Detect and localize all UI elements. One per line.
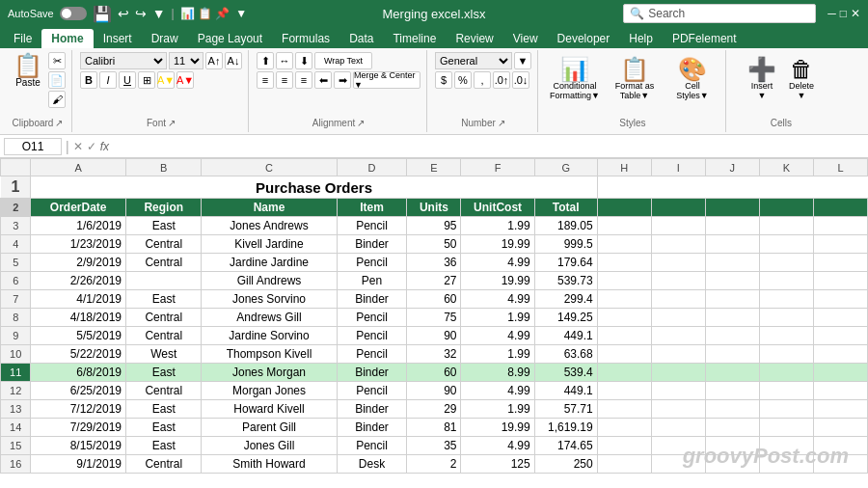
maximize-btn[interactable]: □ [840,7,847,20]
col-header-C[interactable]: C [202,159,337,176]
tab-pdfelement[interactable]: PDFelement [663,29,746,48]
col-header-E[interactable]: E [407,159,461,176]
tab-home[interactable]: Home [41,29,93,48]
tab-formulas[interactable]: Formulas [272,29,339,48]
increase-decimal-btn[interactable]: .0↑ [493,71,510,89]
cell-I1[interactable] [651,176,705,199]
cell-I2[interactable] [651,199,705,217]
font-color-button[interactable]: A▼ [176,71,194,89]
cell-L2[interactable] [813,199,867,217]
cell-J2[interactable] [705,199,759,217]
col-header-B[interactable]: B [126,159,202,176]
toolbar-more-icon[interactable]: ▼ [152,6,166,21]
col-header-I[interactable]: I [651,159,705,176]
percent-btn[interactable]: % [454,71,472,89]
row-header-1[interactable]: 1 [1,176,31,199]
cancel-formula-icon[interactable]: ✕ [73,140,83,153]
undo-icon[interactable]: ↩ [118,6,129,21]
col-header-total[interactable]: Total [534,199,597,217]
col-header-item[interactable]: Item [337,199,407,217]
fill-color-button[interactable]: A▼ [157,71,175,89]
col-header-J[interactable]: J [705,159,759,176]
font-size-select[interactable]: 11 [169,52,203,69]
merge-center-btn[interactable]: Merge & Center ▼ [353,71,420,89]
bold-button[interactable]: B [80,71,97,89]
col-header-name[interactable]: Name [202,199,337,217]
conditional-formatting-btn[interactable]: 📊 ConditionalFormatting▼ [546,56,604,102]
insert-cells-btn[interactable]: ➕ Insert▼ [744,56,780,118]
comma-btn[interactable]: , [474,71,491,89]
cell-reference-input[interactable] [4,138,62,155]
search-bar[interactable]: 🔍 Search [623,4,816,23]
number-format-select[interactable]: General [435,52,512,69]
col-header-units[interactable]: Units [407,199,461,217]
wrap-text-btn[interactable]: Wrap Text [314,52,372,69]
number-expand-icon[interactable]: ↗ [498,118,505,128]
font-family-select[interactable]: Calibri [80,52,167,69]
cell-styles-btn[interactable]: 🎨 CellStyles▼ [665,56,719,102]
underline-button[interactable]: U [119,71,136,89]
formula-input[interactable] [113,140,864,153]
toolbar-more2-icon[interactable]: ▼ [235,7,247,20]
cell-K1[interactable] [759,176,813,199]
col-header-D[interactable]: D [337,159,407,176]
col-header-unitcost[interactable]: UnitCost [461,199,534,217]
tab-file[interactable]: File [4,29,41,48]
autosave-toggle[interactable] [60,7,87,20]
decrease-font-btn[interactable]: A↓ [225,52,242,69]
border-button[interactable]: ⊞ [138,71,155,89]
align-right-btn[interactable]: ≡ [295,71,312,89]
row-header-2[interactable]: 2 [1,199,31,217]
tab-view[interactable]: View [503,29,548,48]
increase-indent-btn[interactable]: ➡ [334,71,351,89]
tab-review[interactable]: Review [446,29,502,48]
copy-button[interactable]: 📄 [48,71,66,89]
col-header-L[interactable]: L [813,159,867,176]
font-expand-icon[interactable]: ↗ [168,118,176,128]
delete-cells-btn[interactable]: 🗑 Delete▼ [784,56,819,118]
decrease-decimal-btn[interactable]: .0↓ [512,71,529,89]
align-top-btn[interactable]: ⬆ [257,52,274,69]
cell-L1[interactable] [813,176,867,199]
tab-timeline[interactable]: Timeline [383,29,446,48]
col-header-K[interactable]: K [759,159,813,176]
alignment-expand-icon[interactable]: ↗ [357,118,365,128]
format-painter-button[interactable]: 🖌 [48,91,66,108]
col-header-region[interactable]: Region [126,199,202,217]
styles-group: 📊 ConditionalFormatting▼ 📋 Format asTabl… [540,50,726,132]
toolbar-icons: 📊 📋 📌 [180,7,231,20]
cell-H1[interactable] [597,176,651,199]
col-header-F[interactable]: F [461,159,534,176]
col-header-orderdate[interactable]: OrderDate [31,199,126,217]
italic-button[interactable]: I [99,71,117,89]
purchase-orders-title[interactable]: Purchase Orders [31,176,597,199]
align-bottom-btn[interactable]: ⬇ [295,52,312,69]
decrease-indent-btn[interactable]: ⬅ [314,71,332,89]
tab-data[interactable]: Data [339,29,383,48]
align-center-btn[interactable]: ≡ [276,71,293,89]
align-left-btn[interactable]: ≡ [257,71,274,89]
tab-help[interactable]: Help [619,29,663,48]
cell-J1[interactable] [705,176,759,199]
tab-developer[interactable]: Developer [548,29,620,48]
cut-button[interactable]: ✂ [48,52,66,69]
confirm-formula-icon[interactable]: ✓ [87,140,96,153]
minimize-btn[interactable]: ─ [827,7,836,20]
paste-button[interactable]: 📋 Paste [10,52,46,90]
col-header-A[interactable]: A [31,159,126,176]
number-expand-arrow[interactable]: ▼ [514,52,531,69]
increase-font-btn[interactable]: A↑ [205,52,223,69]
close-btn[interactable]: ✕ [851,7,860,20]
tab-insert[interactable]: Insert [94,29,142,48]
tab-draw[interactable]: Draw [142,29,188,48]
currency-btn[interactable]: $ [435,71,452,89]
clipboard-expand-icon[interactable]: ↗ [55,118,63,128]
redo-icon[interactable]: ↪ [135,6,147,21]
col-header-H[interactable]: H [597,159,651,176]
tab-page-layout[interactable]: Page Layout [188,29,272,48]
cell-K2[interactable] [759,199,813,217]
cell-H2[interactable] [597,199,651,217]
format-as-table-btn[interactable]: 📋 Format asTable▼ [608,56,662,102]
align-middle-btn[interactable]: ↔ [276,52,293,69]
col-header-G[interactable]: G [534,159,597,176]
